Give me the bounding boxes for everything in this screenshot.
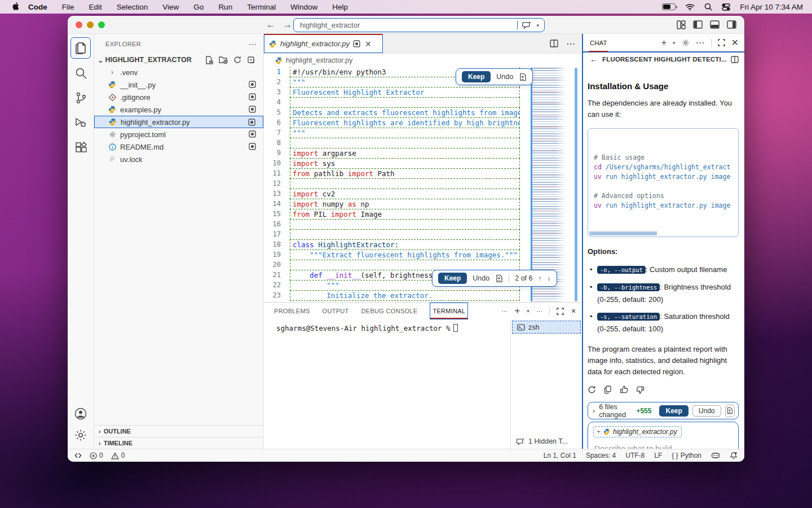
warnings-status[interactable]: 0 bbox=[111, 452, 125, 459]
notifications-bell-icon[interactable] bbox=[730, 452, 738, 459]
regenerate-icon[interactable] bbox=[588, 386, 596, 394]
menu-view[interactable]: View bbox=[162, 3, 179, 11]
run-debug-activity-button[interactable] bbox=[70, 112, 91, 133]
zoom-window-button[interactable] bbox=[98, 21, 105, 28]
file-row-highlight-extractor-py[interactable]: highlight_extractor.py bbox=[94, 116, 263, 128]
next-change-icon[interactable]: ↓ bbox=[548, 274, 551, 282]
file-row-examples-py[interactable]: examples.py bbox=[94, 103, 263, 116]
settings-gear-icon[interactable] bbox=[74, 428, 87, 442]
cursor-position-status[interactable]: Ln 1, Col 1 bbox=[544, 452, 576, 459]
file-row-uv-lock[interactable]: uv.lock bbox=[94, 153, 263, 165]
terminal-actions-icon[interactable]: ⋯ bbox=[536, 308, 542, 315]
remote-indicator[interactable] bbox=[74, 452, 82, 459]
editor-more-actions-icon[interactable]: ⋯ bbox=[566, 38, 575, 49]
modified-in-chat-icon[interactable] bbox=[249, 143, 256, 150]
view-diff-icon[interactable] bbox=[519, 73, 527, 81]
spotlight-search-icon[interactable] bbox=[704, 3, 712, 11]
undo-change-button[interactable]: Undo bbox=[496, 73, 513, 81]
context-file-chip[interactable]: + highlight_extractor.py bbox=[593, 426, 682, 437]
undo-all-button[interactable]: Undo bbox=[692, 405, 721, 417]
thumbs-up-icon[interactable] bbox=[620, 386, 628, 394]
menu-edit[interactable]: Edit bbox=[89, 3, 102, 11]
collapse-folders-icon[interactable] bbox=[247, 56, 255, 64]
file-row-README-md[interactable]: README.md bbox=[94, 141, 263, 153]
chat-more-icon[interactable]: ⋯ bbox=[696, 37, 705, 48]
editor-tab-highlight-extractor[interactable]: highlight_extractor.py ✕ bbox=[264, 34, 383, 53]
navigate-back-icon[interactable]: ← bbox=[266, 20, 275, 30]
customize-layout-icon[interactable] bbox=[677, 20, 686, 29]
copy-icon[interactable] bbox=[604, 386, 612, 394]
modified-in-chat-icon[interactable] bbox=[249, 81, 256, 88]
file-row--gitignore[interactable]: .gitignore bbox=[94, 91, 263, 103]
panel-more-icon[interactable]: ⋯ bbox=[501, 308, 508, 315]
source-control-activity-button[interactable] bbox=[70, 87, 91, 108]
open-session-split-icon[interactable] bbox=[731, 56, 739, 63]
hidden-terminals-button[interactable]: 1 Hidden T... bbox=[517, 437, 568, 445]
keep-change-button[interactable]: Keep bbox=[462, 71, 491, 82]
errors-status[interactable]: 0 bbox=[90, 452, 103, 459]
timeline-section-header[interactable]: › TIMELINE bbox=[94, 437, 263, 449]
menu-bar-clock[interactable]: Fri Apr 10 7:34 AM bbox=[740, 3, 803, 11]
apple-menu-icon[interactable] bbox=[12, 2, 20, 11]
explorer-activity-button[interactable] bbox=[70, 37, 91, 59]
modified-in-chat-icon[interactable] bbox=[249, 106, 256, 113]
undo-change-button[interactable]: Undo bbox=[473, 274, 489, 282]
indentation-status[interactable]: Spaces: 4 bbox=[586, 452, 616, 459]
horizontal-scrollbar[interactable] bbox=[589, 231, 657, 235]
modified-in-chat-icon[interactable] bbox=[249, 93, 256, 100]
toggle-secondary-sidebar-icon[interactable] bbox=[727, 20, 736, 29]
menu-file[interactable]: File bbox=[62, 3, 74, 11]
toggle-panel-icon[interactable] bbox=[710, 20, 720, 29]
file-row-pyproject-toml[interactable]: pyproject.toml bbox=[94, 128, 263, 141]
chat-sparkle-icon[interactable] bbox=[522, 21, 532, 29]
search-activity-button[interactable] bbox=[70, 62, 91, 84]
chevron-down-icon[interactable]: ▾ bbox=[536, 23, 539, 28]
explorer-more-actions-icon[interactable]: ⋯ bbox=[249, 40, 257, 49]
view-all-diffs-button[interactable] bbox=[725, 405, 735, 417]
modified-in-chat-icon[interactable] bbox=[249, 130, 256, 138]
modified-in-chat-icon[interactable] bbox=[353, 40, 360, 47]
modified-in-chat-icon[interactable] bbox=[248, 119, 255, 126]
close-window-button[interactable] bbox=[76, 21, 82, 28]
account-icon[interactable] bbox=[74, 407, 87, 421]
panel-tab-terminal[interactable]: TERMINAL bbox=[430, 303, 468, 319]
chat-dropdown-icon[interactable]: ▾ bbox=[673, 40, 676, 46]
copilot-icon[interactable] bbox=[711, 452, 720, 459]
terminal-dropdown-icon[interactable]: ▾ bbox=[527, 308, 529, 314]
terminal[interactable]: sgharms@Stevens-Air highlight_extractor … bbox=[264, 320, 510, 449]
close-panel-icon[interactable]: ✕ bbox=[571, 308, 576, 315]
maximize-chat-icon[interactable] bbox=[718, 39, 725, 46]
control-center-icon[interactable] bbox=[722, 3, 730, 11]
keep-all-button[interactable]: Keep bbox=[659, 405, 688, 417]
wifi-icon[interactable] bbox=[685, 3, 695, 11]
panel-tab-output[interactable]: OUTPUT bbox=[323, 303, 349, 319]
previous-change-icon[interactable]: ↑ bbox=[539, 274, 542, 282]
menu-selection[interactable]: Selection bbox=[117, 3, 148, 11]
new-folder-icon[interactable] bbox=[219, 56, 228, 64]
menu-run[interactable]: Run bbox=[218, 3, 232, 11]
menu-terminal[interactable]: Terminal bbox=[247, 3, 276, 11]
overview-ruler[interactable] bbox=[575, 68, 577, 301]
view-diff-icon[interactable] bbox=[495, 274, 503, 283]
file-row--venv[interactable]: ›.venv bbox=[94, 66, 263, 78]
terminal-list-item-zsh[interactable]: zsh bbox=[512, 321, 581, 334]
close-chat-icon[interactable]: ✕ bbox=[731, 37, 739, 48]
extensions-activity-button[interactable] bbox=[70, 137, 91, 158]
battery-icon[interactable] bbox=[662, 3, 676, 10]
workspace-folder-row[interactable]: ⌄ HIGHLIGHT_EXTRACTOR bbox=[94, 54, 263, 66]
minimize-window-button[interactable] bbox=[87, 21, 94, 28]
split-editor-icon[interactable] bbox=[550, 40, 558, 47]
thumbs-down-icon[interactable] bbox=[636, 386, 645, 394]
expand-files-icon[interactable]: › bbox=[593, 407, 595, 415]
panel-tab-debug-console[interactable]: DEBUG CONSOLE bbox=[361, 303, 418, 319]
breadcrumb[interactable]: highlight_extractor.py bbox=[264, 54, 582, 67]
menu-code[interactable]: Code bbox=[28, 3, 47, 11]
chat-settings-gear-icon[interactable] bbox=[682, 39, 690, 47]
minimap[interactable] bbox=[532, 68, 570, 301]
back-icon[interactable]: ← bbox=[590, 55, 598, 64]
language-mode-status[interactable]: { } Python bbox=[672, 452, 701, 459]
file-row--init-py[interactable]: __init__.py bbox=[94, 78, 263, 91]
new-chat-icon[interactable]: + bbox=[661, 38, 667, 48]
navigate-forward-icon[interactable]: → bbox=[283, 20, 292, 30]
command-center-search[interactable]: highlight_extractor ▾ bbox=[293, 18, 545, 32]
